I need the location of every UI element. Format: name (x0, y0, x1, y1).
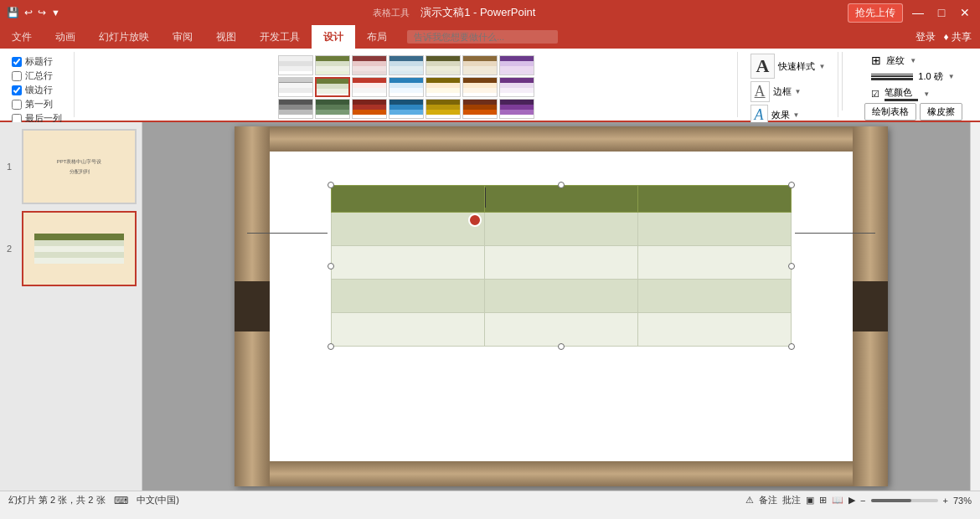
table-cell[interactable] (485, 280, 638, 313)
table-style-swatch[interactable] (315, 77, 350, 97)
table-cell[interactable] (638, 213, 792, 246)
pen-color-row: ☑ 笔颜色 ▼ (871, 86, 930, 101)
table-style-swatch[interactable] (426, 99, 461, 119)
quick-style-dropdown[interactable]: ▼ (818, 63, 825, 70)
restore-button[interactable]: □ (933, 4, 950, 21)
slideshow-icon[interactable]: ▶ (848, 495, 855, 506)
tab-layout[interactable]: 布局 (355, 25, 399, 49)
tab-slideshow[interactable]: 幻灯片放映 (87, 25, 161, 49)
login-button[interactable]: 登录 (916, 30, 936, 44)
tab-file[interactable]: 文件 (0, 25, 44, 49)
effect-dropdown[interactable]: ▼ (793, 111, 800, 119)
table-style-swatch[interactable] (278, 99, 313, 119)
table-style-swatch[interactable] (278, 77, 313, 97)
pen-color-checkbox[interactable]: ☑ (871, 89, 879, 100)
quick-style-label: 快速样式 (778, 60, 815, 73)
draw-table-button[interactable]: 绘制表格 (864, 103, 916, 121)
slide-2-thumbnail[interactable] (22, 211, 137, 286)
table-wrapper[interactable] (331, 185, 792, 347)
table-cell[interactable] (638, 313, 792, 347)
banded-rows-checkbox[interactable] (12, 85, 22, 95)
tab-design[interactable]: 设计 (312, 25, 355, 49)
table-style-swatch[interactable] (426, 55, 461, 75)
table-cell[interactable] (485, 246, 638, 280)
save-icon[interactable]: 💾 (7, 7, 19, 18)
banded-rows-label: 镶边行 (25, 84, 53, 96)
right-scrollbar[interactable] (970, 122, 980, 491)
handle-mid-right[interactable] (788, 263, 795, 270)
table-line-ext-right (795, 233, 875, 234)
border-weight-dropdown[interactable]: ▼ (948, 73, 955, 80)
border-dropdown[interactable]: ▼ (795, 88, 802, 95)
redo-icon[interactable]: ↪ (38, 7, 46, 18)
table-style-swatch[interactable] (389, 99, 424, 119)
table-cell[interactable] (332, 186, 485, 213)
tab-animation[interactable]: 动画 (44, 25, 87, 49)
zoom-slider[interactable] (871, 499, 938, 502)
table-cell[interactable] (332, 213, 485, 246)
table-cell[interactable] (485, 313, 638, 347)
table-style-swatch[interactable] (315, 99, 350, 119)
cloud-upload-button[interactable]: 抢先上传 (848, 3, 903, 23)
slide-sorter-icon[interactable]: ⊞ (819, 495, 827, 506)
tab-review[interactable]: 审阅 (161, 25, 204, 49)
tab-developer[interactable]: 开发工具 (248, 25, 312, 49)
slide-1-thumbnail[interactable]: PPT表格中山字号设 分配列列 (22, 129, 137, 204)
table-style-swatch[interactable] (352, 55, 387, 75)
handle-top-right[interactable] (788, 182, 795, 188)
table-style-swatch[interactable] (499, 55, 534, 75)
zoom-out-button[interactable]: − (860, 496, 865, 506)
zoom-in-button[interactable]: + (943, 496, 948, 506)
table-cell[interactable] (638, 246, 792, 280)
pen-color-dropdown[interactable]: ▼ (923, 90, 930, 98)
table-move-handle[interactable] (468, 213, 482, 227)
eraser-button[interactable]: 橡皮擦 (920, 103, 962, 121)
handle-top-left[interactable] (328, 182, 334, 188)
table-cell[interactable] (332, 313, 485, 347)
normal-view-icon[interactable]: ▣ (806, 495, 814, 506)
handle-mid-left[interactable] (328, 263, 334, 270)
main-table[interactable] (331, 185, 792, 347)
undo-icon[interactable]: ↩ (24, 7, 33, 18)
table-style-swatch[interactable] (462, 99, 498, 119)
app-title: 表格工具 演示文稿1 - PowerPoint (373, 5, 536, 20)
border-style-dropdown[interactable]: ▼ (910, 57, 916, 64)
table-cell[interactable] (638, 280, 792, 313)
table-style-swatch[interactable] (389, 77, 424, 97)
minimize-button[interactable]: — (910, 4, 926, 21)
table-style-swatch[interactable] (462, 55, 498, 75)
table-style-swatch[interactable] (426, 77, 461, 97)
border-row: A 边框 ▼ (750, 81, 802, 102)
canvas-area (142, 122, 980, 491)
total-row-checkbox[interactable] (12, 71, 22, 81)
notes-button[interactable]: 备注 (759, 494, 777, 506)
table-style-swatch[interactable] (278, 55, 313, 75)
table-cell[interactable] (485, 213, 638, 246)
table-style-swatch[interactable] (352, 99, 387, 119)
first-col-checkbox[interactable] (12, 100, 22, 110)
table-style-swatch[interactable] (315, 55, 350, 75)
table-style-swatch[interactable] (352, 77, 387, 97)
table-style-swatch[interactable] (462, 77, 498, 97)
quick-style-button[interactable]: A (750, 54, 776, 79)
border-a-button[interactable]: A (750, 81, 770, 102)
table-cell[interactable] (485, 186, 638, 213)
handle-top-center[interactable] (558, 182, 565, 188)
share-button[interactable]: ♦ 共享 (944, 30, 972, 44)
table-cell[interactable] (332, 246, 485, 280)
customizer-icon[interactable]: ▼ (51, 8, 60, 18)
comments-button[interactable]: 批注 (782, 494, 801, 506)
table-style-swatch[interactable] (389, 55, 424, 75)
header-row-checkbox[interactable] (12, 57, 22, 67)
table-cell[interactable] (332, 280, 485, 313)
tab-view[interactable]: 视图 (204, 25, 248, 49)
table-cell[interactable] (638, 186, 792, 213)
handle-bot-center[interactable] (558, 343, 565, 350)
handle-bot-right[interactable] (788, 343, 795, 350)
table-style-swatch[interactable] (499, 77, 534, 97)
search-input[interactable] (407, 30, 558, 44)
handle-bot-left[interactable] (328, 343, 334, 350)
reading-view-icon[interactable]: 📖 (832, 495, 843, 506)
table-style-swatch[interactable] (499, 99, 534, 119)
close-button[interactable]: ✕ (957, 4, 973, 21)
